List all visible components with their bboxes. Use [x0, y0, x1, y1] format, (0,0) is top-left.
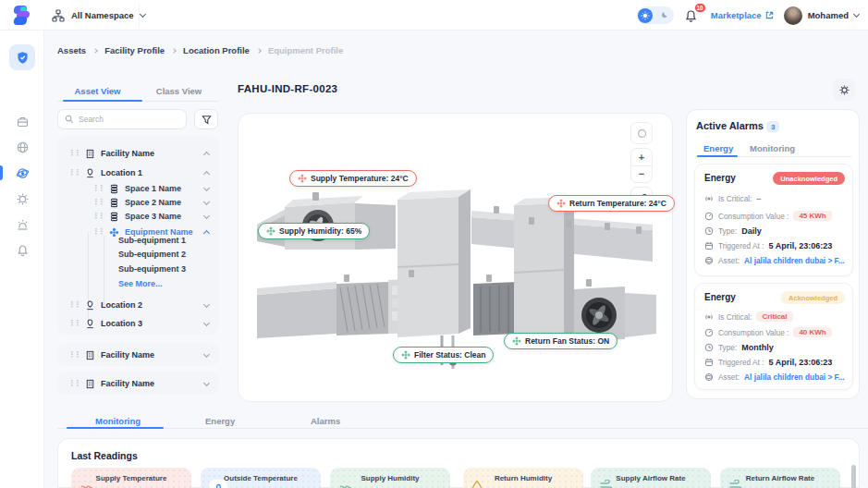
alarms-tab-energy[interactable]: Energy — [703, 143, 733, 153]
reading-return-humidity[interactable]: Return Humidity — [463, 468, 583, 488]
tree-item-sub-equipment-2[interactable]: Sub-equipment 2 — [118, 248, 186, 261]
tree-item-sub-equipment-3[interactable]: Sub-equipment 3 — [118, 262, 186, 275]
alarm-row-type: Type: Daily — [704, 226, 762, 236]
drag-handle-icon[interactable]: ⋮⋮ — [68, 351, 79, 359]
sun-icon[interactable] — [638, 8, 653, 23]
reading-supply-airflow-rate[interactable]: Supply Airflow Rate — [591, 468, 711, 488]
chevron-down-icon[interactable] — [203, 212, 210, 218]
chevron-up-icon[interactable] — [203, 170, 210, 177]
rail-item-alerts[interactable] — [9, 212, 35, 238]
chevron-down-icon[interactable] — [203, 379, 210, 385]
breadcrumb-location-profile[interactable]: Location Profile — [183, 45, 250, 55]
rail-item-security[interactable] — [9, 44, 35, 70]
chevron-down-icon[interactable] — [203, 319, 210, 325]
thermometer-icon — [209, 480, 227, 488]
tree-item-location-1[interactable]: ⋮⋮ Location 1 — [68, 166, 209, 179]
reading-outside-temperature[interactable]: Outside Temperature — [201, 468, 321, 488]
drag-handle-icon[interactable]: ⋮⋮ — [68, 301, 79, 309]
tree-item-space-3[interactable]: ⋮⋮ Space 3 Name — [92, 210, 209, 223]
namespace-selector[interactable]: All Namespace — [52, 0, 158, 30]
breadcrumb-assets[interactable]: Assets — [57, 45, 86, 55]
alarm-card-acknowledged[interactable]: Energy Acknowledged Is Critical: Critica… — [694, 283, 853, 390]
label-return-fan-status[interactable]: Return Fan Status: ON — [504, 333, 617, 349]
filter-button[interactable] — [194, 109, 218, 129]
tree-item-location-2[interactable]: ⋮⋮ Location 2 — [68, 299, 209, 311]
humidity-icon — [338, 480, 351, 488]
drag-handle-icon[interactable]: ⋮⋮ — [92, 228, 104, 236]
label-return-temperature[interactable]: Return Temperature: 24°C — [548, 195, 675, 212]
clock-icon — [704, 226, 714, 236]
calendar-icon — [704, 358, 714, 367]
chevron-down-icon[interactable] — [203, 350, 210, 357]
rail-item-digital-twin[interactable] — [9, 160, 35, 186]
zoom-in-button[interactable]: + — [631, 149, 652, 165]
reading-supply-humidity[interactable]: Supply Humidity — [330, 468, 450, 488]
tree-see-more[interactable]: See More... — [118, 277, 163, 290]
marketplace-link[interactable]: Marketplace — [711, 10, 774, 20]
user-menu[interactable]: Mohamed — [784, 6, 859, 25]
fan-icon — [556, 199, 566, 208]
drag-handle-icon[interactable]: ⋮⋮ — [68, 169, 79, 177]
airflow-icon — [599, 480, 613, 488]
zoom-out-button[interactable]: − — [631, 165, 652, 182]
chevron-up-icon[interactable] — [203, 229, 210, 236]
drag-handle-icon[interactable]: ⋮⋮ — [68, 320, 79, 327]
drag-handle-icon[interactable]: ⋮⋮ — [68, 380, 79, 387]
rail-item-notifications[interactable] — [9, 238, 35, 263]
scrollbar-thumb[interactable] — [851, 465, 856, 488]
chevron-down-icon[interactable] — [203, 300, 210, 307]
search-input[interactable] — [79, 115, 171, 124]
drag-handle-icon[interactable]: ⋮⋮ — [92, 213, 104, 220]
drag-handle-icon[interactable]: ⋮⋮ — [68, 150, 79, 157]
globe-icon — [16, 140, 30, 154]
alarm-row-is-critical: Is Critical: – — [704, 194, 761, 203]
alarm-row-triggered: Triggered At : 5 April, 23:06:23 — [704, 358, 832, 367]
asset-link[interactable]: Al jalila children dubai > F... — [744, 256, 845, 265]
rail-item-assets[interactable] — [9, 108, 35, 134]
chevron-up-icon[interactable] — [203, 151, 210, 157]
tab-alarms[interactable]: Alarms — [311, 416, 340, 426]
tree-item-location-3[interactable]: ⋮⋮ Location 3 — [68, 317, 209, 330]
notifications-button[interactable]: 10 — [684, 6, 701, 25]
tab-asset-view[interactable]: Asset View — [57, 86, 138, 96]
drag-handle-icon[interactable]: ⋮⋮ — [92, 199, 104, 206]
clock-icon — [704, 343, 714, 352]
chevron-down-icon[interactable] — [203, 198, 210, 204]
settings-button[interactable] — [833, 79, 855, 101]
alarms-tab-monitoring[interactable]: Monitoring — [750, 143, 795, 153]
tab-monitoring[interactable]: Monitoring — [95, 416, 141, 426]
tree-item-facility[interactable]: ⋮⋮ Facility Name — [68, 147, 209, 160]
building-icon — [85, 379, 95, 389]
tab-energy[interactable]: Energy — [205, 416, 235, 426]
alarm-row-triggered: Triggered At : 5 April, 23:06:23 — [704, 241, 832, 250]
page-title: FAHU-IND-RF-0023 — [238, 83, 337, 94]
facility-card-3[interactable]: ⋮⋮ Facility Name — [57, 372, 219, 395]
chevron-right-icon — [171, 48, 177, 54]
alarm-card-unacknowledged[interactable]: Energy Unacknowledged Is Critical: – Con… — [694, 164, 853, 276]
label-filter-status[interactable]: Filter Status: Clean — [393, 347, 494, 363]
asset-link[interactable]: Al jalila children dubai > F... — [744, 372, 845, 382]
facility-card-2[interactable]: ⋮⋮ Facility Name — [57, 343, 219, 366]
label-supply-humidity[interactable]: Supply Humidity: 65% — [258, 223, 370, 239]
theme-toggle[interactable] — [637, 6, 674, 24]
orbit-tool-button[interactable] — [630, 122, 653, 144]
label-supply-temperature[interactable]: Supply Temperature: 24°C — [289, 170, 417, 187]
chevron-down-icon — [853, 11, 860, 18]
tree-item-sub-equipment-1[interactable]: Sub-equipment 1 — [118, 234, 186, 247]
breadcrumb-facility-profile[interactable]: Facility Profile — [104, 45, 165, 55]
icon-rail — [0, 30, 44, 488]
tab-class-view[interactable]: Class View — [139, 86, 219, 96]
status-badge: Unacknowledged — [773, 172, 845, 185]
equipment-3d-viewer[interactable]: Supply Temperature: 24°C Return Temperat… — [238, 113, 673, 402]
rail-item-settings[interactable] — [9, 186, 35, 212]
chevron-down-icon[interactable] — [203, 184, 210, 190]
reading-supply-temperature[interactable]: Supply Temperature — [71, 468, 191, 488]
rail-item-globe[interactable] — [9, 134, 35, 160]
tree-item-space-1[interactable]: ⋮⋮ Space 1 Name — [92, 182, 209, 195]
reading-return-airflow-rate[interactable]: Return Airflow Rate — [720, 468, 840, 488]
moon-icon[interactable] — [658, 9, 671, 22]
tree-item-space-2[interactable]: ⋮⋮ Space 2 Name — [92, 196, 209, 209]
drag-handle-icon[interactable]: ⋮⋮ — [92, 185, 104, 192]
app-logo[interactable] — [12, 5, 33, 26]
location-icon — [85, 300, 95, 311]
